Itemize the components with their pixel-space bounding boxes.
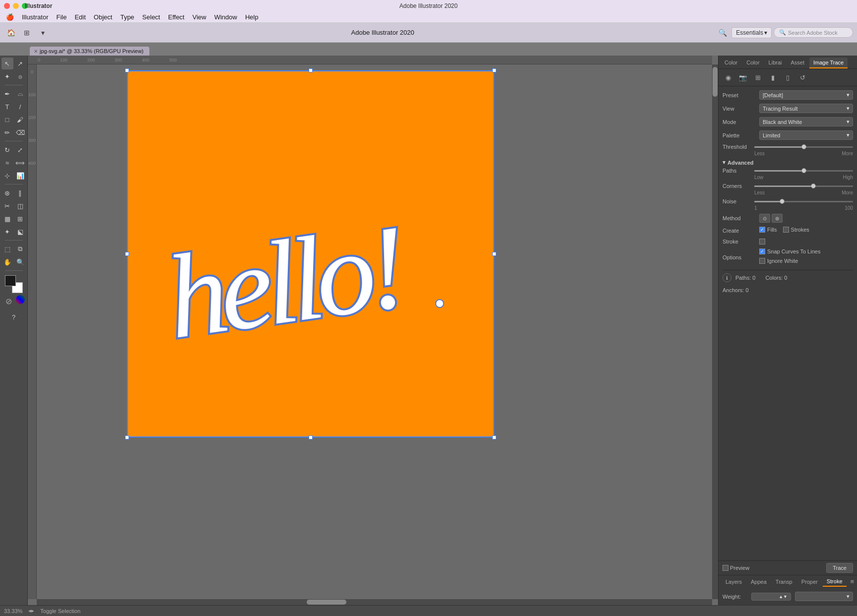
lasso-tool[interactable]: ⌾ [14, 70, 26, 82]
slice-select-tool[interactable]: ⧉ [14, 243, 26, 255]
search-stock-input[interactable]: 🔍 Search Adobe Stock [774, 27, 853, 38]
fills-checkbox[interactable]: ✓ [759, 227, 765, 233]
preview-checkbox[interactable] [723, 565, 728, 571]
tab-asset[interactable]: Asset [787, 58, 809, 68]
tab-image-trace[interactable]: Image Trace [809, 58, 848, 68]
essentials-button[interactable]: Essentials ▾ [731, 27, 772, 38]
menu-object[interactable]: Object [90, 12, 117, 22]
horizontal-scrollbar[interactable] [37, 599, 712, 605]
preset-dropdown[interactable]: [Default] ▾ [759, 90, 853, 100]
pen-tool[interactable]: ✒ [1, 88, 13, 100]
tab-color-1[interactable]: Color [721, 58, 741, 68]
line-tool[interactable]: / [14, 101, 26, 113]
type-tool[interactable]: T [1, 101, 13, 113]
panel-icon-5[interactable]: ▯ [781, 71, 794, 84]
menu-view[interactable]: View [189, 12, 210, 22]
menu-file[interactable]: File [52, 12, 70, 22]
corners-slider-thumb[interactable] [811, 184, 816, 188]
view-dropdown[interactable]: Tracing Result ▾ [759, 104, 853, 113]
panel-icon-4[interactable]: ▮ [766, 71, 779, 84]
weight-unit-dropdown[interactable]: ▾ [795, 592, 853, 601]
panel-icon-2[interactable]: 📷 [736, 71, 749, 84]
threshold-slider-track[interactable] [754, 146, 853, 148]
foreground-color-box[interactable] [5, 275, 16, 286]
noise-slider-thumb[interactable] [780, 199, 785, 204]
noise-slider-track[interactable] [754, 201, 853, 202]
panel-icon-1[interactable]: ◉ [722, 71, 734, 84]
menu-illustrator[interactable]: Illustrator [18, 12, 52, 22]
selection-tool[interactable]: ↖ [1, 58, 13, 69]
panel-options-icon[interactable]: ≡ [850, 578, 854, 585]
document-tab[interactable]: ✕ jpg-svg.ai* @ 33.33% (RGB/GPU Preview) [30, 47, 149, 56]
palette-dropdown[interactable]: Limited ▾ [759, 130, 853, 140]
paths-slider-track[interactable] [754, 170, 853, 172]
strokes-checkbox[interactable] [783, 227, 789, 233]
menu-type[interactable]: Type [116, 12, 138, 22]
tab-properties[interactable]: Proper [797, 577, 822, 586]
column-graph-tool[interactable]: ∥ [14, 187, 26, 199]
ignore-white-checkbox[interactable] [759, 258, 765, 264]
rotate-tool[interactable]: ↻ [1, 144, 13, 156]
rectangle-tool[interactable]: □ [1, 114, 13, 125]
close-button[interactable] [4, 3, 10, 9]
workspace-arrow[interactable]: ▾ [36, 26, 50, 40]
graph-tool[interactable]: 📊 [14, 170, 26, 182]
stroke-checkbox[interactable] [759, 239, 765, 245]
mode-dropdown[interactable]: Black and White ▾ [759, 117, 853, 126]
width-tool[interactable]: ⟺ [14, 157, 26, 169]
symbol-sprayer-tool[interactable]: ⊛ [1, 187, 13, 199]
home-button[interactable]: 🏠 [4, 26, 18, 40]
paths-slider-thumb[interactable] [801, 168, 806, 173]
corners-slider-track[interactable] [754, 185, 853, 187]
blend-tool[interactable]: ⬕ [14, 226, 26, 238]
mesh-tool[interactable]: ⊞ [14, 213, 26, 225]
scale-tool[interactable]: ⤢ [14, 144, 26, 156]
none-icon[interactable]: ⊘ [3, 295, 15, 307]
menu-help[interactable]: Help [241, 12, 263, 22]
hand-tool[interactable]: ✋ [1, 256, 13, 268]
panel-icon-6[interactable]: ↺ [796, 71, 809, 84]
panel-icon-3[interactable]: ⊞ [751, 71, 764, 84]
vertical-scrollbar-thumb[interactable] [713, 67, 718, 97]
pencil-tool[interactable]: ✏ [1, 126, 13, 138]
vertical-scrollbar[interactable] [712, 64, 718, 599]
zoom-tool[interactable]: 🔍 [14, 256, 26, 268]
method-btn-2[interactable]: ⊚ [772, 214, 783, 223]
advanced-section-title[interactable]: ▾ Advanced [723, 159, 853, 166]
snap-curves-checkbox[interactable]: ✓ [759, 248, 765, 254]
menu-window[interactable]: Window [210, 12, 241, 22]
free-transform-tool[interactable]: ⊹ [1, 170, 13, 182]
color-icon[interactable] [16, 295, 25, 304]
tab-stroke[interactable]: Stroke [823, 577, 847, 587]
menu-effect[interactable]: Effect [164, 12, 189, 22]
question-mark-tool[interactable]: ? [8, 311, 20, 323]
eyedropper-tool[interactable]: ✦ [1, 226, 13, 238]
tab-close-icon[interactable]: ✕ [34, 49, 38, 54]
artboard-tool[interactable]: ⬚ [1, 243, 13, 255]
menu-select[interactable]: Select [138, 12, 164, 22]
warp-tool[interactable]: ≈ [1, 157, 13, 169]
tab-librai[interactable]: Librai [765, 58, 786, 68]
horizontal-scrollbar-thumb[interactable] [307, 600, 346, 605]
gradient-tool[interactable]: ▦ [1, 213, 13, 225]
measure-tool[interactable]: ◫ [14, 200, 26, 212]
menu-edit[interactable]: Edit [70, 12, 89, 22]
slice-tool[interactable]: ✂ [1, 200, 13, 212]
threshold-slider-thumb[interactable] [801, 144, 806, 149]
artwork[interactable]: hello! [127, 70, 494, 437]
weight-input[interactable]: ▲▼ [751, 593, 791, 601]
tab-layers[interactable]: Layers [722, 577, 746, 586]
tab-transparency[interactable]: Transp [772, 577, 796, 586]
method-btn-1[interactable]: ⊙ [759, 214, 770, 223]
magic-wand-tool[interactable]: ✦ [1, 70, 13, 82]
tab-appearance[interactable]: Appea [747, 577, 771, 586]
trace-button[interactable]: Trace [826, 563, 853, 573]
eraser-tool[interactable]: ⌫ [14, 126, 26, 138]
menu-apple[interactable]: 🍎 [2, 12, 18, 22]
minimize-button[interactable] [13, 3, 19, 9]
paintbrush-tool[interactable]: 🖌 [14, 114, 26, 125]
tab-color-2[interactable]: Color [742, 58, 763, 68]
curvature-tool[interactable]: ⌓ [14, 88, 26, 100]
workspace-button[interactable]: ⊞ [20, 26, 34, 40]
direct-selection-tool[interactable]: ↗ [14, 58, 26, 69]
